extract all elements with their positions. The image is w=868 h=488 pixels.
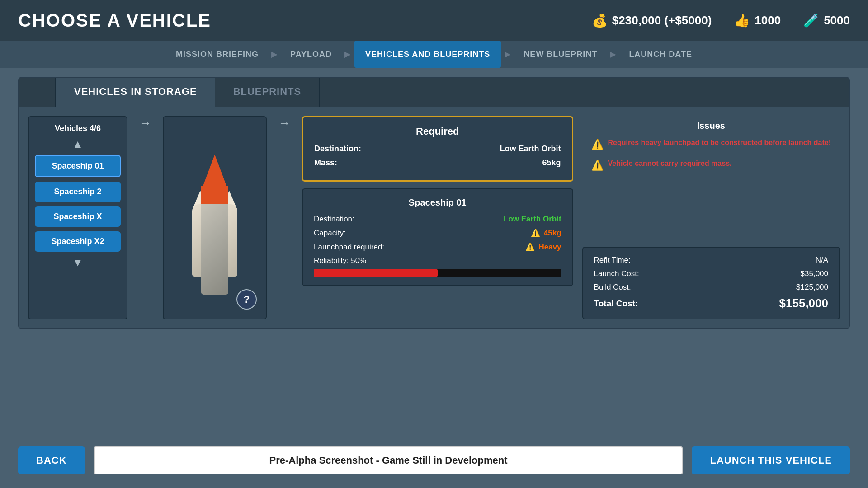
reliability-progress-bg — [314, 269, 561, 277]
vehicle-launchpad-label: Launchpad required: — [314, 243, 384, 252]
required-destination-row: Destination: Low Earth Orbit — [314, 144, 561, 154]
launch-button[interactable]: LAUNCH THIS VEHICLE — [692, 446, 850, 474]
vehicle-info-title: Spaceship 01 — [314, 197, 561, 208]
main-content: VEHICLES IN STORAGE BLUEPRINTS Vehicles … — [18, 77, 850, 329]
vehicle-launchpad-row: Launchpad required: ⚠️ Heavy — [314, 242, 561, 252]
dev-notice: Pre-Alpha Screenshot - Game Still in Dev… — [94, 446, 683, 474]
issue-warn-icon-0: ⚠️ — [591, 139, 604, 150]
vehicle-button-2[interactable]: Spaceship X — [35, 206, 121, 227]
refit-time-value: N/A — [816, 256, 828, 265]
issue-item-0: ⚠️ Requires heavy launchpad to be constr… — [591, 138, 831, 150]
total-cost-value: $155,000 — [779, 296, 828, 310]
stats-bar: 💰 $230,000 (+$5000) 👍 1000 🧪 5000 — [592, 13, 850, 28]
arrow-to-preview: → — [137, 116, 154, 319]
nav-arrow-3: ▶ — [501, 49, 514, 59]
launch-cost-row: Launch Cost: $35,000 — [594, 269, 828, 278]
page-title: CHOOSE A VEHICLE — [18, 10, 211, 31]
vehicle-destination-label: Destination: — [314, 215, 354, 224]
nav-new-blueprint[interactable]: NEW BLUEPRINT — [514, 50, 606, 59]
vehicle-list-panel: Vehicles 4/6 ▲ Spaceship 01 Spaceship 2 … — [28, 116, 127, 319]
money-stat: 💰 $230,000 (+$5000) — [592, 13, 712, 28]
content-area: Vehicles 4/6 ▲ Spaceship 01 Spaceship 2 … — [19, 107, 849, 328]
capacity-warn-icon: ⚠️ — [531, 228, 540, 238]
vehicle-capacity-label: Capacity: — [314, 229, 346, 238]
nav-arrow-2: ▶ — [341, 49, 354, 59]
flask-icon: 🧪 — [803, 13, 819, 28]
issue-warn-icon-1: ⚠️ — [591, 160, 604, 171]
nav-vehicles-blueprints[interactable]: VEHICLES AND BLUEPRINTS — [354, 41, 501, 68]
vehicle-preview: ? — [163, 116, 267, 319]
back-button[interactable]: BACK — [18, 446, 85, 474]
launch-cost-label: Launch Cost: — [594, 269, 639, 278]
vehicle-destination-value: Low Earth Orbit — [504, 215, 561, 224]
tab-vehicles-in-storage[interactable]: VEHICLES IN STORAGE — [56, 78, 215, 107]
issues-panel: Issues ⚠️ Requires heavy launchpad to be… — [582, 116, 840, 240]
total-cost-label: Total Cost: — [594, 299, 638, 309]
vehicle-list-up-button[interactable]: ▲ — [72, 138, 83, 150]
flask-value: 5000 — [824, 14, 850, 28]
launch-cost-value: $35,000 — [801, 269, 828, 278]
flask-stat: 🧪 5000 — [803, 13, 850, 28]
vehicle-capacity-value: ⚠️ 45kg — [531, 228, 561, 238]
nav-mission-briefing[interactable]: MISSION BRIEFING — [167, 50, 268, 59]
header: CHOOSE A VEHICLE 💰 $230,000 (+$5000) 👍 1… — [0, 0, 868, 41]
vehicle-count: Vehicles 4/6 — [55, 124, 101, 133]
help-button[interactable]: ? — [236, 289, 257, 310]
vehicle-reliability-row: Reliability: 50% — [314, 256, 561, 277]
issues-title: Issues — [591, 121, 831, 131]
refit-time-row: Refit Time: N/A — [594, 256, 828, 265]
required-title: Required — [314, 126, 561, 137]
rocket-nose — [201, 155, 228, 191]
required-mass-label: Mass: — [314, 158, 337, 168]
vehicle-destination-row: Destination: Low Earth Orbit — [314, 215, 561, 224]
refit-time-label: Refit Time: — [594, 256, 631, 265]
right-panels: Required Destination: Low Earth Orbit Ma… — [302, 116, 573, 319]
vehicle-reliability-label: Reliability: 50% — [314, 256, 561, 265]
issue-text-1: Vehicle cannot carry required mass. — [608, 159, 732, 169]
tab-blueprints[interactable]: BLUEPRINTS — [215, 78, 321, 107]
tab-spacer-left — [19, 78, 56, 107]
nav-payload[interactable]: PAYLOAD — [281, 50, 341, 59]
required-mass-row: Mass: 65kg — [314, 158, 561, 168]
required-panel: Required Destination: Low Earth Orbit Ma… — [302, 116, 573, 182]
vehicle-button-1[interactable]: Spaceship 2 — [35, 182, 121, 202]
vehicle-button-3[interactable]: Spaceship X2 — [35, 231, 121, 252]
nav-arrow-1: ▶ — [268, 49, 281, 59]
tabs: VEHICLES IN STORAGE BLUEPRINTS — [19, 78, 849, 107]
money-value: $230,000 (+$5000) — [612, 14, 712, 28]
required-mass-value: 65kg — [542, 158, 561, 168]
thumbs-value: 1000 — [755, 14, 781, 28]
vehicle-capacity-row: Capacity: ⚠️ 45kg — [314, 228, 561, 238]
nav-arrow-4: ▶ — [606, 49, 620, 59]
nav-bar: MISSION BRIEFING ▶ PAYLOAD ▶ VEHICLES AN… — [0, 41, 868, 68]
thumbs-stat: 👍 1000 — [734, 13, 781, 28]
build-cost-value: $125,000 — [796, 283, 828, 292]
issue-text-0: Requires heavy launchpad to be construct… — [608, 138, 831, 148]
issue-item-1: ⚠️ Vehicle cannot carry required mass. — [591, 159, 831, 171]
required-destination-value: Low Earth Orbit — [500, 144, 561, 154]
vehicle-button-0[interactable]: Spaceship 01 — [35, 155, 121, 177]
money-icon: 💰 — [592, 13, 608, 28]
vehicle-info-panel: Spaceship 01 Destination: Low Earth Orbi… — [302, 188, 573, 286]
thumbs-icon: 👍 — [734, 13, 750, 28]
reliability-progress-fill — [314, 269, 438, 277]
build-cost-row: Build Cost: $125,000 — [594, 283, 828, 292]
arrow-to-info: → — [276, 116, 293, 319]
cost-panel: Refit Time: N/A Launch Cost: $35,000 Bui… — [582, 247, 840, 319]
vehicle-launchpad-value: ⚠️ Heavy — [525, 242, 561, 252]
build-cost-label: Build Cost: — [594, 283, 631, 292]
vehicle-list-down-button[interactable]: ▼ — [72, 256, 83, 269]
tab-spacer — [320, 78, 849, 107]
footer: BACK Pre-Alpha Screenshot - Game Still i… — [18, 446, 850, 474]
nav-launch-date[interactable]: LAUNCH DATE — [620, 50, 701, 59]
launchpad-warn-icon: ⚠️ — [525, 242, 535, 252]
total-cost-row: Total Cost: $155,000 — [594, 296, 828, 310]
required-destination-label: Destination: — [314, 144, 361, 154]
